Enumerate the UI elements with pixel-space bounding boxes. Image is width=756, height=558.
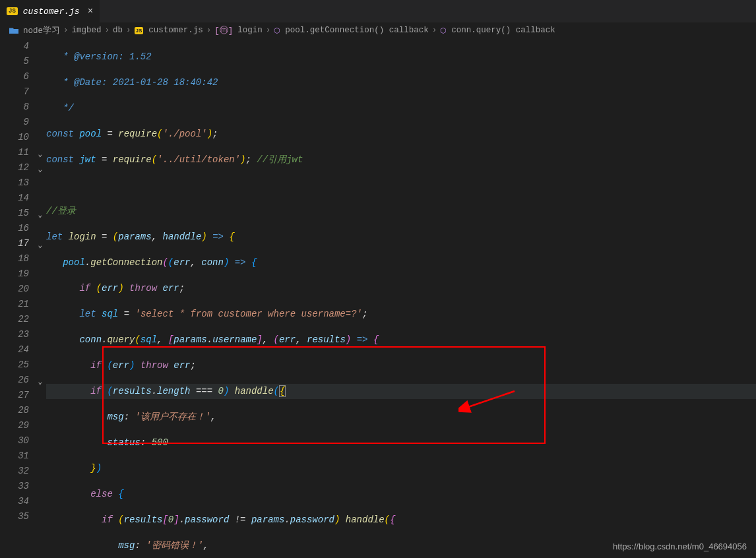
code-line: */ bbox=[46, 101, 756, 116]
line-number: 13 bbox=[0, 175, 46, 191]
line-number: 12⌄ bbox=[0, 160, 46, 175]
breadcrumb-item[interactable]: login bbox=[237, 26, 263, 35]
line-number: 19 bbox=[0, 266, 46, 282]
tab-filename: customer.js bbox=[23, 7, 80, 16]
line-number: 7 bbox=[0, 84, 46, 100]
line-number: 21 bbox=[0, 297, 46, 312]
code-line: const jwt = require('../util/token'); //… bbox=[46, 152, 756, 168]
line-number: 31 bbox=[0, 449, 46, 464]
file-tab[interactable]: JS customer.js × bbox=[0, 0, 100, 23]
line-number: 24 bbox=[0, 342, 46, 357]
line-number: 32 bbox=[0, 464, 46, 479]
line-number: 23 bbox=[0, 327, 46, 342]
line-number: 28 bbox=[0, 403, 46, 418]
breadcrumb-item[interactable]: imgbed bbox=[72, 26, 102, 35]
cube-icon: ⬡ bbox=[274, 26, 280, 35]
line-gutter: 4567891011⌄12⌄131415⌄1617⌄18192021222324… bbox=[0, 38, 46, 558]
breadcrumb-item[interactable]: db bbox=[113, 26, 123, 35]
code-line: if (results[0].password != params.passwo… bbox=[46, 512, 756, 528]
line-number: 11⌄ bbox=[0, 145, 46, 160]
chevron-right-icon: › bbox=[431, 26, 438, 35]
code-line: }) bbox=[46, 461, 756, 476]
symbol-icon: [ⓜ] bbox=[214, 25, 233, 36]
chevron-right-icon: › bbox=[104, 26, 111, 35]
code-line: conn.query(sql, [params.username], (err,… bbox=[46, 332, 756, 348]
code-line: if (err) throw err; bbox=[46, 281, 756, 296]
line-number: 15⌄ bbox=[0, 206, 46, 221]
chevron-right-icon: › bbox=[125, 26, 132, 35]
js-icon: JS bbox=[7, 7, 18, 15]
line-number: 14 bbox=[0, 191, 46, 206]
code-line: else { bbox=[46, 487, 756, 502]
line-number: 25 bbox=[0, 357, 46, 373]
code-line: let sql = 'select * from customer where … bbox=[46, 307, 756, 322]
code-line: if (err) throw err; bbox=[46, 358, 756, 373]
code-line: //登录 bbox=[46, 204, 756, 219]
line-number: 5 bbox=[0, 54, 46, 69]
line-number: 33 bbox=[0, 479, 46, 494]
line-number: 17⌄ bbox=[0, 236, 46, 251]
line-number: 16 bbox=[0, 221, 46, 236]
js-icon: JS bbox=[135, 27, 144, 34]
folder-icon bbox=[9, 27, 18, 34]
code-line bbox=[46, 178, 756, 193]
line-number: 29 bbox=[0, 418, 46, 433]
breadcrumb-item[interactable]: pool.getConnection() callback bbox=[285, 26, 429, 35]
code-line: pool.getConnection((err, conn) => { bbox=[46, 255, 756, 270]
code-line: * @Date: 2021-01-28 18:40:42 bbox=[46, 75, 756, 90]
code-line: const pool = require('./pool'); bbox=[46, 127, 756, 142]
chevron-right-icon: › bbox=[63, 26, 69, 35]
code-line: * @version: 1.52 bbox=[46, 49, 756, 65]
line-number: 10 bbox=[0, 130, 46, 145]
close-icon[interactable]: × bbox=[85, 6, 93, 16]
code-area[interactable]: * @version: 1.52 * @Date: 2021-01-28 18:… bbox=[46, 38, 756, 558]
line-number: 20 bbox=[0, 282, 46, 297]
line-number: 9 bbox=[0, 115, 46, 130]
code-line: msg: '该用户不存在！', bbox=[46, 410, 756, 425]
breadcrumb-item[interactable]: conn.query() callback bbox=[451, 26, 555, 35]
code-line: status: 500 bbox=[46, 435, 756, 450]
line-number: 22 bbox=[0, 312, 46, 327]
breadcrumb-item[interactable]: customer.js bbox=[148, 26, 203, 35]
editor[interactable]: 4567891011⌄12⌄131415⌄1617⌄18192021222324… bbox=[0, 38, 756, 558]
line-number: 27 bbox=[0, 388, 46, 403]
breadcrumb-item[interactable]: node学习 bbox=[23, 25, 60, 36]
line-number: 18 bbox=[0, 251, 46, 266]
breadcrumb: node学习 › imgbed › db › JS customer.js › … bbox=[0, 23, 756, 38]
tab-bar: JS customer.js × bbox=[0, 0, 756, 23]
line-number: 6 bbox=[0, 69, 46, 84]
line-number: 30 bbox=[0, 433, 46, 449]
line-number: 4 bbox=[0, 39, 46, 54]
chevron-right-icon: › bbox=[265, 26, 272, 35]
code-line: if (results.length === 0) handdle({ bbox=[46, 384, 756, 399]
chevron-right-icon: › bbox=[206, 26, 212, 35]
code-line: let login = (params, handdle) => { bbox=[46, 230, 756, 245]
line-number: 8 bbox=[0, 100, 46, 115]
line-number: 26⌄ bbox=[0, 373, 46, 388]
line-number: 34 bbox=[0, 494, 46, 509]
cube-icon: ⬡ bbox=[440, 26, 447, 35]
watermark: https://blog.csdn.net/m0_46694056 bbox=[613, 542, 747, 551]
line-number: 35 bbox=[0, 509, 46, 524]
